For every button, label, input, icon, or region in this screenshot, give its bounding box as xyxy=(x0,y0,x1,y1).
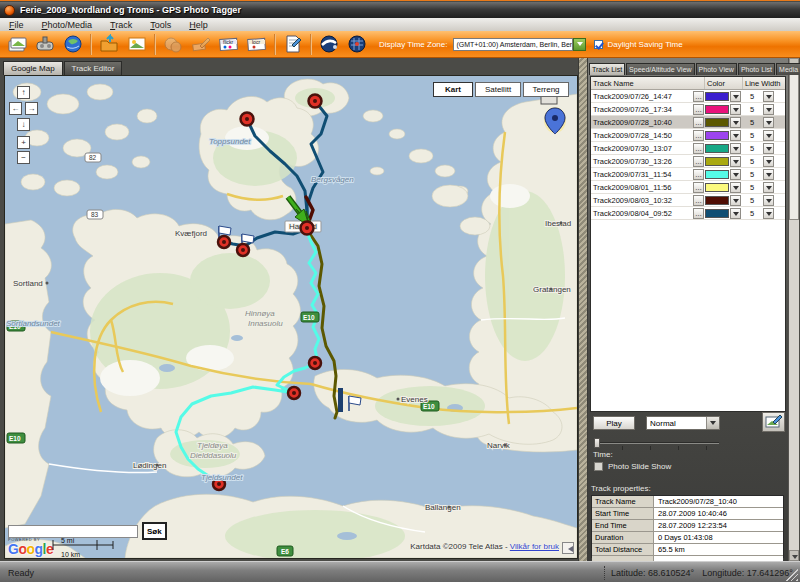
table-row[interactable]: Track2009/07/26_14:47…5 xyxy=(591,90,785,103)
scrollbar-thumb[interactable] xyxy=(789,70,799,220)
width-dropdown-icon[interactable] xyxy=(763,91,774,102)
tab-track-list[interactable]: Track List xyxy=(589,63,625,75)
map-pan-right-button[interactable]: → xyxy=(25,102,38,115)
gps-device-icon[interactable] xyxy=(32,33,58,56)
play-button[interactable]: Play xyxy=(593,416,635,430)
width-dropdown-icon[interactable] xyxy=(763,208,774,219)
color-dropdown-icon[interactable] xyxy=(730,195,741,206)
track-options-button[interactable]: … xyxy=(693,117,704,128)
column-track-name[interactable]: Track Name xyxy=(591,77,705,89)
capture-button[interactable] xyxy=(762,412,785,432)
table-row-selected[interactable]: Track2009/07/28_10:40…5 xyxy=(591,116,785,129)
map-search-button[interactable]: Søk xyxy=(142,522,167,540)
table-row[interactable]: Track2009/07/26_17:34…5 xyxy=(591,103,785,116)
width-dropdown-icon[interactable] xyxy=(763,156,774,167)
export-document-icon[interactable] xyxy=(280,33,306,56)
geotag-photos-icon[interactable] xyxy=(160,33,186,56)
track-color-swatch[interactable] xyxy=(705,183,729,192)
tab-google-map[interactable]: Google Map xyxy=(3,61,63,75)
table-row[interactable]: Track2009/07/28_14:50…5 xyxy=(591,129,785,142)
google-earth-icon[interactable] xyxy=(316,33,342,56)
color-dropdown-icon[interactable] xyxy=(730,117,741,128)
right-panel-scrollbar[interactable] xyxy=(788,58,799,561)
playback-speed-select[interactable]: Normal xyxy=(646,416,720,430)
track-color-swatch[interactable] xyxy=(705,144,729,153)
slider-handle[interactable] xyxy=(594,438,600,448)
column-line-width[interactable]: Line Width xyxy=(743,77,783,89)
resize-grip[interactable] xyxy=(786,569,798,581)
google-maps-icon[interactable] xyxy=(344,33,370,56)
track-options-button[interactable]: … xyxy=(693,143,704,154)
track-options-button[interactable]: … xyxy=(693,156,704,167)
width-dropdown-icon[interactable] xyxy=(763,143,774,154)
table-row[interactable]: Track2009/08/01_11:56…5 xyxy=(591,181,785,194)
table-row[interactable]: Track2009/08/04_09:52…5 xyxy=(591,207,785,220)
table-row[interactable]: Track2009/08/03_10:32…5 xyxy=(591,194,785,207)
color-dropdown-icon[interactable] xyxy=(730,91,741,102)
map-type-satellitt-button[interactable]: Satellitt xyxy=(475,82,521,97)
color-dropdown-icon[interactable] xyxy=(730,130,741,141)
width-dropdown-icon[interactable] xyxy=(763,117,774,128)
map-type-terreng-button[interactable]: Terreng xyxy=(523,82,569,97)
title-bar[interactable]: Ferie_2009_Nordland og Troms - GPS Photo… xyxy=(0,2,800,18)
terms-link[interactable]: Vilkår for bruk xyxy=(510,542,559,551)
table-row[interactable]: Track2009/07/31_11:54…5 xyxy=(591,168,785,181)
time-slider[interactable] xyxy=(594,438,719,450)
menu-tools[interactable]: Tools xyxy=(141,19,180,31)
scroll-down-icon[interactable] xyxy=(789,550,799,561)
map-pan-up-button[interactable]: ↑ xyxy=(17,86,30,99)
width-dropdown-icon[interactable] xyxy=(763,130,774,141)
table-row[interactable]: Track2009/07/30_13:26…5 xyxy=(591,155,785,168)
daylight-saving-checkbox[interactable] xyxy=(594,40,603,49)
locr-upload-icon[interactable]: locr xyxy=(244,33,270,56)
width-dropdown-icon[interactable] xyxy=(763,182,774,193)
web-globe-icon[interactable] xyxy=(60,33,86,56)
google-logo[interactable]: POWERED BY Google xyxy=(8,538,53,556)
photo-edit-icon[interactable] xyxy=(124,33,150,56)
map-zoom-out-button[interactable]: − xyxy=(17,151,30,164)
map-pan-left-button[interactable]: ← xyxy=(9,102,22,115)
track-color-swatch[interactable] xyxy=(705,105,729,114)
tab-track-editor[interactable]: Track Editor xyxy=(64,61,123,75)
track-options-button[interactable]: … xyxy=(693,208,704,219)
map-canvas[interactable]: 82 83 E10 E10 E10 E10 E6 Harstad xyxy=(5,76,577,558)
color-dropdown-icon[interactable] xyxy=(730,208,741,219)
photo-slideshow-checkbox[interactable] xyxy=(594,462,603,471)
write-description-icon[interactable] xyxy=(188,33,214,56)
timezone-dropdown-arrow-icon[interactable] xyxy=(573,38,586,51)
menu-photo-media[interactable]: Photo/Media xyxy=(33,19,102,31)
width-dropdown-icon[interactable] xyxy=(763,195,774,206)
track-color-swatch[interactable] xyxy=(705,157,729,166)
menu-file[interactable]: File xyxy=(0,19,33,31)
table-row[interactable]: Track2009/07/30_13:07…5 xyxy=(591,142,785,155)
speed-dropdown-icon[interactable] xyxy=(706,417,719,429)
tab-speed-altitude[interactable]: Speed/Altitude View xyxy=(626,63,695,75)
color-dropdown-icon[interactable] xyxy=(730,156,741,167)
width-dropdown-icon[interactable] xyxy=(763,169,774,180)
map-type-kart-button[interactable]: Kart xyxy=(433,82,473,97)
track-color-swatch[interactable] xyxy=(705,170,729,179)
width-dropdown-icon[interactable] xyxy=(763,104,774,115)
tab-photo-list[interactable]: Photo List xyxy=(738,63,775,75)
timezone-select[interactable]: (GMT+01:00) Amsterdam, Berlin, Bern xyxy=(453,38,573,51)
attribution-collapse-icon[interactable] xyxy=(562,542,574,554)
color-dropdown-icon[interactable] xyxy=(730,169,741,180)
map-pan-down-button[interactable]: ↓ xyxy=(17,118,30,131)
menu-help[interactable]: Help xyxy=(180,19,217,31)
track-color-swatch[interactable] xyxy=(705,118,729,127)
column-color[interactable]: Color xyxy=(705,77,743,89)
export-photos-icon[interactable] xyxy=(96,33,122,56)
track-color-swatch[interactable] xyxy=(705,209,729,218)
track-color-swatch[interactable] xyxy=(705,196,729,205)
track-options-button[interactable]: … xyxy=(693,104,704,115)
tab-media[interactable]: Media xyxy=(776,63,800,75)
panel-splitter[interactable] xyxy=(578,58,588,561)
flickr-upload-icon[interactable]: flickr xyxy=(216,33,242,56)
track-options-button[interactable]: … xyxy=(693,130,704,141)
track-options-button[interactable]: … xyxy=(693,182,704,193)
map-zoom-in-button[interactable]: + xyxy=(17,136,30,149)
slider-groove[interactable] xyxy=(594,442,719,444)
track-color-swatch[interactable] xyxy=(705,92,729,101)
track-options-button[interactable]: … xyxy=(693,91,704,102)
color-dropdown-icon[interactable] xyxy=(730,143,741,154)
